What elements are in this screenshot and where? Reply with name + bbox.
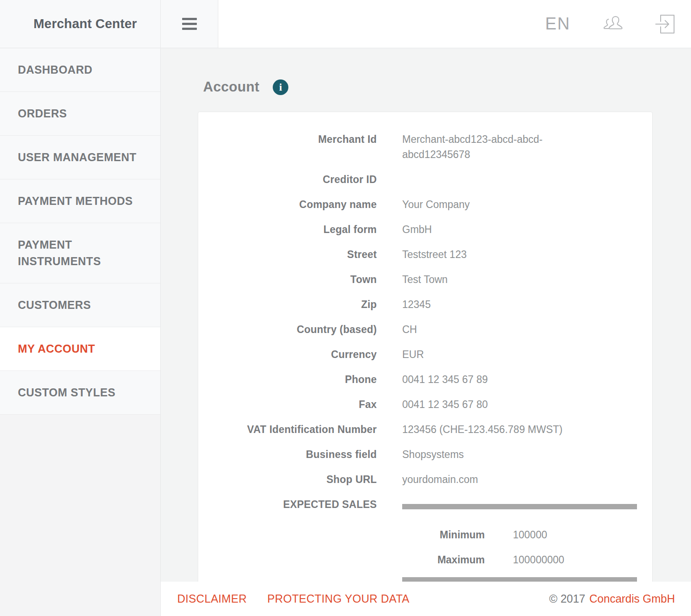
field-value: Shopsystems [402,447,637,462]
field-value: yourdomain.com [402,472,637,487]
field-value: 0041 12 345 67 80 [402,397,637,412]
field-row-phone: Phone 0041 12 345 67 89 [198,372,637,387]
field-label: Currency [198,347,377,362]
expected-sales-label: EXPECTED SALES [198,497,377,582]
sidebar-filler [0,415,160,616]
field-label: Zip [198,297,377,312]
hamburger-icon [182,18,197,20]
field-value: 12345 [402,297,637,312]
sidebar-item-orders[interactable]: ORDERS [0,92,160,136]
logout-icon [655,14,675,34]
field-value: 123456 (CHE-123.456.789 MWST) [402,422,637,437]
field-row-vat-identification-number: VAT Identification Number 123456 (CHE-12… [198,422,637,437]
field-value: GmbH [402,222,637,237]
footer-link-protecting-your-data[interactable]: PROTECTING YOUR DATA [267,592,410,605]
field-label: Business field [198,447,377,462]
field-label: Town [198,272,377,287]
info-icon: i [279,82,282,92]
top-header: EN [161,0,691,48]
field-row-currency: Currency EUR [198,347,637,362]
field-row-business-field: Business field Shopsystems [198,447,637,462]
field-label: Fax [198,397,377,412]
maximum-value: 100000000 [513,552,564,567]
field-value: CH [402,322,637,337]
sidebar-item-my-account[interactable]: MY ACCOUNT [0,327,160,371]
field-value: Teststreet 123 [402,247,637,262]
minimum-label: Minimum [402,527,485,542]
maximum-label: Maximum [402,552,485,567]
language-selector[interactable]: EN [545,14,570,33]
menu-toggle-button[interactable] [161,0,218,48]
sidebar-item-label: MY ACCOUNT [18,342,95,355]
field-row-company-name: Company name Your Company [198,197,637,212]
sidebar-item-label: DASHBOARD [18,63,92,76]
field-row-legal-form: Legal form GmbH [198,222,637,237]
field-label: Country (based) [198,322,377,337]
sidebar-item-dashboard[interactable]: DASHBOARD [0,48,160,92]
page-title-row: Account i [203,77,653,97]
minimum-row: Minimum 100000 [402,527,637,542]
sidebar-item-label: USER MANAGEMENT [18,151,137,163]
field-value [402,172,637,187]
field-label: Shop URL [198,472,377,487]
field-row-town: Town Test Town [198,272,637,287]
page-title: Account [203,79,259,95]
sidebar-item-customers[interactable]: CUSTOMERS [0,283,160,327]
divider-bar [402,577,637,582]
sidebar-item-label: ORDERS [18,107,67,120]
sidebar: Merchant Center DASHBOARD ORDERS USER MA… [0,0,161,616]
field-row-zip: Zip 12345 [198,297,637,312]
footer-link-disclaimer[interactable]: DISCLAIMER [177,592,247,605]
field-label: Merchant Id [198,132,377,162]
field-label: Legal form [198,222,377,237]
company-link[interactable]: Concardis GmbH [589,592,675,605]
field-row-country-based: Country (based) CH [198,322,637,337]
main-column: EN Account i [161,0,691,616]
header-actions: EN [545,14,691,34]
field-row-street: Street Teststreet 123 [198,247,637,262]
copyright-text: © 2017 [549,592,585,605]
field-value: Merchant-abcd123-abcd-abcd-abcd12345678 [402,132,572,162]
field-label: Creditor ID [198,172,377,187]
field-value: 0041 12 345 67 89 [402,372,637,387]
users-icon [604,16,624,33]
sidebar-item-label: PAYMENT INSTRUMENTS [18,238,101,267]
app-title: Merchant Center [0,0,160,48]
info-button[interactable]: i [273,79,288,95]
field-label: Phone [198,372,377,387]
field-row-merchant-id: Merchant Id Merchant-abcd123-abcd-abcd-a… [198,132,637,162]
field-row-fax: Fax 0041 12 345 67 80 [198,397,637,412]
sidebar-item-payment-instruments[interactable]: PAYMENT INSTRUMENTS [0,223,160,283]
field-value: EUR [402,347,637,362]
sidebar-item-custom-styles[interactable]: CUSTOM STYLES [0,371,160,415]
expected-sales-section: EXPECTED SALES Minimum 100000 Maximum 10… [198,497,637,582]
footer-links: DISCLAIMERPROTECTING YOUR DATA [177,592,430,605]
users-button[interactable] [604,16,624,33]
account-fields: Merchant Id Merchant-abcd123-abcd-abcd-a… [198,132,637,487]
field-label: Company name [198,197,377,212]
maximum-row: Maximum 100000000 [402,552,637,567]
sidebar-item-label: CUSTOMERS [18,299,91,311]
sidebar-item-label: CUSTOM STYLES [18,386,116,399]
logout-button[interactable] [655,14,675,34]
footer: DISCLAIMERPROTECTING YOUR DATA © 2017 Co… [161,582,691,616]
account-card: Merchant Id Merchant-abcd123-abcd-abcd-a… [198,112,653,582]
minimum-value: 100000 [513,527,547,542]
divider-bar [402,504,637,509]
sidebar-nav: DASHBOARD ORDERS USER MANAGEMENT PAYMENT… [0,48,160,415]
field-value: Test Town [402,272,637,287]
sidebar-item-label: PAYMENT METHODS [18,195,133,207]
content-area: Account i Merchant Id Merchant-abcd123-a… [161,48,691,582]
sidebar-item-user-management[interactable]: USER MANAGEMENT [0,136,160,179]
sidebar-item-payment-methods[interactable]: PAYMENT METHODS [0,179,160,223]
field-label: VAT Identification Number [198,422,377,437]
field-label: Street [198,247,377,262]
field-row-creditor-id: Creditor ID [198,172,637,187]
field-value: Your Company [402,197,637,212]
field-row-shop-url: Shop URL yourdomain.com [198,472,637,487]
